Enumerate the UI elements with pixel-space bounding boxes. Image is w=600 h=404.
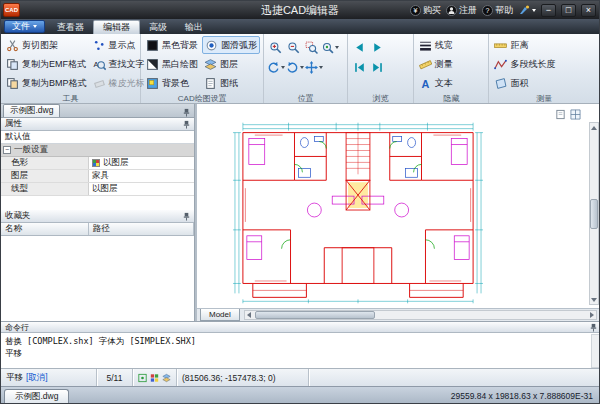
- help-button[interactable]: ? 帮助: [482, 4, 513, 17]
- ribbon-group-measure: 距离 多段线长度 面积 测量: [489, 34, 599, 103]
- brush-icon: [518, 4, 530, 16]
- maximize-button[interactable]: □: [561, 4, 576, 17]
- arrow-left-icon: [353, 41, 366, 54]
- group-label: CAD绘图设置: [141, 93, 263, 103]
- zoom-out-button[interactable]: [285, 39, 302, 56]
- minimize-button[interactable]: −: [541, 4, 556, 17]
- close-button[interactable]: ×: [581, 4, 596, 17]
- svg-text:A: A: [421, 77, 429, 89]
- paper-space-icon[interactable]: [555, 109, 566, 120]
- scroll-left-icon[interactable]: [245, 311, 254, 319]
- smooth-arc-toggle[interactable]: 圆滑弧形: [202, 36, 260, 54]
- favorites-col-name[interactable]: 名称: [1, 223, 89, 235]
- file-menu-button[interactable]: 文件: [4, 20, 45, 33]
- tab-output[interactable]: 输出: [176, 20, 212, 34]
- floor-plan-drawing[interactable]: [229, 118, 487, 308]
- property-row-linetype[interactable]: 线型 以图层: [1, 183, 194, 196]
- pan-button[interactable]: [305, 59, 323, 76]
- previous-view-button[interactable]: [351, 39, 368, 56]
- pin-icon[interactable]: [182, 120, 191, 129]
- titlebar: CAD 迅捷CAD编辑器 ¥ 购买 注册 ? 帮助 −: [1, 1, 599, 19]
- command-panel-header: 命令行: [1, 322, 600, 333]
- property-value[interactable]: 家具: [89, 170, 194, 182]
- line-width-button[interactable]: 线宽: [417, 36, 487, 54]
- first-page-button[interactable]: [351, 59, 368, 76]
- property-row-color[interactable]: 色彩 以图层: [1, 157, 194, 170]
- sheet-button[interactable]: 图纸: [202, 74, 260, 92]
- copy-bmp-button[interactable]: 复制为BMP格式: [4, 74, 89, 92]
- zoom-window-button[interactable]: [303, 39, 320, 56]
- theme-button[interactable]: [518, 4, 536, 16]
- drawing-dimensions: 29559.84 x 19818.63 x 7.888609E-31: [451, 391, 593, 401]
- area-button[interactable]: 面积: [492, 74, 597, 92]
- property-grid: − 一般设置 色彩 以图层 图层 家具 线型: [1, 144, 194, 210]
- model-tab[interactable]: Model: [200, 309, 240, 321]
- bw-drawing-button[interactable]: 黑白绘图: [144, 55, 200, 73]
- property-value[interactable]: 以图层: [89, 157, 194, 169]
- grid-toggle-icon[interactable]: [150, 373, 159, 383]
- polyline-icon: [494, 58, 507, 71]
- cancel-link[interactable]: [取消]: [26, 372, 48, 384]
- property-value[interactable]: 以图层: [89, 183, 194, 195]
- text-toggle-button[interactable]: A 文本: [417, 74, 487, 92]
- rotate-right-icon: [286, 61, 299, 74]
- tab-editor[interactable]: 编辑器: [93, 20, 140, 34]
- horizontal-scrollbar[interactable]: [244, 310, 597, 320]
- app-logo-icon[interactable]: CAD: [3, 3, 20, 17]
- layers-toggle-icon[interactable]: [162, 373, 171, 383]
- layers-button[interactable]: 图层: [202, 55, 260, 73]
- next-view-button[interactable]: [369, 39, 386, 56]
- measure-toggle-button[interactable]: 测量: [417, 55, 487, 73]
- black-background-button[interactable]: 黑色背景: [144, 36, 200, 54]
- register-button[interactable]: 注册: [446, 4, 477, 17]
- document-tab[interactable]: 示例图.dwg: [3, 104, 60, 117]
- copy-emf-button[interactable]: 复制为EMF格式: [4, 55, 89, 73]
- grid-icon[interactable]: [570, 109, 581, 120]
- tab-advanced[interactable]: 高级: [140, 20, 176, 34]
- favorites-list: [1, 236, 194, 322]
- rotate-left-button[interactable]: [267, 59, 285, 76]
- distance-button[interactable]: 距离: [492, 36, 597, 54]
- command-scrollbar[interactable]: [591, 334, 600, 368]
- scroll-up-icon[interactable]: [590, 123, 598, 132]
- ribbon-group-tools: 剪切图架 复制为EMF格式 复制为BMP格式: [1, 34, 141, 103]
- cut-frame-button[interactable]: 剪切图架: [4, 36, 89, 54]
- scrollbar-thumb[interactable]: [590, 199, 598, 229]
- last-page-button[interactable]: [369, 59, 386, 76]
- scroll-down-icon[interactable]: [590, 295, 598, 304]
- favorites-col-path[interactable]: 路径: [89, 223, 194, 235]
- snap-toggle-icon[interactable]: [138, 373, 147, 383]
- rotate-right-button[interactable]: [286, 59, 304, 76]
- zoom-in-button[interactable]: [267, 39, 284, 56]
- property-preset-select[interactable]: 默认值: [1, 131, 194, 144]
- open-document-tab[interactable]: 示例图.dwg: [4, 389, 69, 404]
- group-label: 位置: [264, 93, 347, 103]
- eraser-cursor-button[interactable]: 橡皮光标: [91, 74, 147, 92]
- buy-button[interactable]: ¥ 购买: [410, 4, 441, 17]
- command-history[interactable]: 替换 [COMPLEX.shx] 字体为 [SIMPLEX.SHX] 平移: [1, 333, 600, 369]
- property-group-general[interactable]: − 一般设置: [1, 144, 194, 157]
- scroll-right-icon[interactable]: [587, 311, 596, 319]
- collapse-icon[interactable]: −: [3, 146, 11, 154]
- background-color-button[interactable]: 背景色: [144, 74, 200, 92]
- property-name: 图层: [1, 170, 89, 182]
- pin-icon[interactable]: [182, 108, 191, 117]
- show-points-button[interactable]: 显示点: [91, 36, 147, 54]
- find-text-button[interactable]: A 查找文字: [91, 55, 147, 73]
- pin-icon[interactable]: [182, 212, 191, 221]
- vertical-scrollbar[interactable]: [589, 122, 599, 305]
- drawing-canvas[interactable]: Model: [197, 104, 600, 321]
- chevron-down-icon: [532, 9, 536, 12]
- ribbon: 剪切图架 复制为EMF格式 复制为BMP格式: [1, 34, 599, 104]
- polyline-length-button[interactable]: 多段线长度: [492, 55, 597, 73]
- points-icon: [93, 39, 106, 52]
- tab-viewer[interactable]: 查看器: [48, 20, 93, 34]
- zoom-extents-button[interactable]: [321, 39, 339, 56]
- property-row-layer[interactable]: 图层 家具: [1, 170, 194, 183]
- group-label: 测量: [489, 93, 599, 103]
- pin-icon[interactable]: [589, 323, 598, 332]
- arrow-right-icon: [371, 41, 384, 54]
- scrollbar-thumb[interactable]: [255, 311, 375, 319]
- property-value-text: 家具: [92, 170, 109, 182]
- button-label: 图纸: [220, 77, 238, 90]
